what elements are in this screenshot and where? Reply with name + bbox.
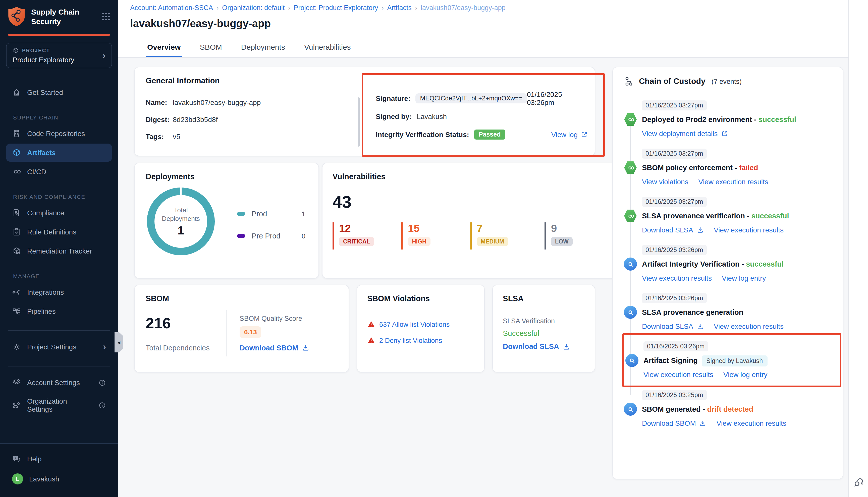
sidebar-item-artifacts[interactable]: Artifacts: [6, 144, 112, 162]
deny-list-violations-link[interactable]: 2 Deny list Violations: [367, 336, 474, 344]
sbom-total: 216: [146, 314, 226, 331]
view-deployment-details-link[interactable]: View deployment details: [642, 129, 728, 138]
avatar: L: [12, 473, 23, 484]
view-execution-results-link[interactable]: View execution results: [714, 226, 784, 234]
breadcrumb-organization[interactable]: Organization: default: [222, 4, 284, 12]
view-log-link[interactable]: View log: [551, 130, 588, 139]
view-execution-results-link[interactable]: View execution results: [714, 322, 784, 330]
sidebar: Supply Chain Security PROJECT Product Ex…: [0, 0, 118, 497]
severity-medium: 7 MEDIUM: [470, 223, 545, 250]
sidebar-item-help[interactable]: ? Help: [6, 450, 112, 468]
help-chat-icon: ?: [12, 454, 21, 463]
cicd-event-icon: [624, 113, 637, 126]
sidebar-item-project-settings[interactable]: Project Settings ›: [6, 338, 112, 356]
scrollbar-thumb[interactable]: [358, 97, 360, 146]
legend-dot-preprod: [237, 234, 245, 238]
sidebar-item-label: Pipelines: [27, 307, 56, 315]
sidebar-item-cicd[interactable]: CI/CD: [6, 163, 112, 181]
download-sbom-link[interactable]: Download SBOM: [240, 344, 338, 352]
view-execution-results-link[interactable]: View execution results: [642, 274, 712, 282]
sidebar-item-compliance[interactable]: Compliance: [6, 204, 112, 222]
section-supply-chain: SUPPLY CHAIN: [0, 102, 118, 124]
signature-value[interactable]: MEQCICde2VjIT...bL+2+mqnOXw==: [416, 94, 527, 103]
sidebar-collapse-handle[interactable]: ◀: [114, 332, 123, 352]
tab-deployments[interactable]: Deployments: [240, 37, 286, 57]
view-violations-link[interactable]: View violations: [642, 178, 688, 186]
document-search-icon: [12, 208, 21, 217]
view-execution-results-link[interactable]: View execution results: [716, 419, 786, 427]
deployments-legend: Prod 1 Pre Prod 0: [216, 203, 307, 240]
view-log-entry-link[interactable]: View log entry: [722, 274, 766, 282]
general-information-card: General Information Name: lavakush07/eas…: [134, 67, 595, 156]
allow-list-violations-label: 637 Allow list Violations: [379, 321, 450, 328]
home-icon: [12, 88, 21, 97]
view-execution-results-link[interactable]: View execution results: [643, 370, 713, 379]
tab-overview[interactable]: Overview: [146, 37, 182, 57]
warning-icon: [367, 336, 375, 344]
allow-list-violations-link[interactable]: 637 Allow list Violations: [367, 320, 474, 328]
apps-grid-icon[interactable]: [101, 12, 111, 22]
sidebar-item-integrations[interactable]: Integrations: [6, 283, 112, 301]
breadcrumb-artifacts[interactable]: Artifacts: [387, 4, 412, 12]
deployments-card: Deployments Total Deployments: [134, 163, 319, 279]
sidebar-item-rule-definitions[interactable]: Rule Definitions: [6, 223, 112, 241]
chain-of-custody-card: Chain of Custody (7 events) 01/16/2025 0…: [612, 67, 843, 480]
breadcrumb-account[interactable]: Account: Automation-SSCA: [130, 4, 213, 12]
legend-dot-prod: [237, 212, 245, 216]
download-icon: [302, 344, 309, 351]
support-chat-icon[interactable]: [853, 477, 865, 488]
pipelines-icon: [12, 307, 21, 316]
download-slsa-link[interactable]: Download SLSA: [642, 226, 704, 234]
chevron-right-icon: ›: [288, 4, 290, 11]
sidebar-item-get-started[interactable]: Get Started: [6, 83, 112, 101]
timeline-event-slsa-verification: 01/16/2025 03:27pm SLSA provenance verif…: [624, 197, 832, 234]
sidebar-item-remediation-tracker[interactable]: Remediation Tracker: [6, 242, 112, 260]
view-log-entry-link[interactable]: View log entry: [723, 370, 767, 379]
event-timestamp: 01/16/2025 03:25pm: [642, 390, 706, 400]
legend-value: 0: [302, 232, 305, 240]
download-slsa-link[interactable]: Download SLSA: [642, 322, 704, 330]
tab-sbom[interactable]: SBOM: [199, 37, 223, 57]
external-link-icon: [581, 131, 588, 138]
page-title: lavakush07/easy-buggy-app: [130, 17, 849, 30]
sidebar-item-label: Account Settings: [27, 379, 80, 386]
tab-bar: Overview SBOM Deployments Vulnerabilitie…: [118, 37, 849, 58]
signature-block: Signature: MEQCICde2VjIT...bL+2+mqnOXw==…: [376, 93, 588, 146]
view-log-label: View log: [551, 130, 578, 139]
link-label: View execution results: [699, 178, 768, 186]
tags-value: v5: [173, 132, 180, 141]
download-slsa-label: Download SLSA: [503, 342, 559, 351]
sbom-quality-score: 6.13: [240, 326, 262, 338]
sidebar-user[interactable]: L Lavakush: [6, 469, 112, 489]
event-timestamp: 01/16/2025 03:26pm: [643, 341, 708, 351]
link-label: View execution results: [714, 322, 784, 330]
project-label: PROJECT: [22, 48, 50, 53]
legend-item-prod: Prod 1: [237, 210, 305, 218]
severity-badge: LOW: [551, 237, 573, 246]
card-title: SBOM: [146, 294, 338, 303]
breadcrumb-project[interactable]: Project: Product Exploratory: [294, 4, 378, 12]
right-edge-strip: [849, 0, 868, 497]
content-area: General Information Name: lavakush07/eas…: [118, 58, 849, 497]
tab-vulnerabilities[interactable]: Vulnerabilities: [303, 37, 352, 57]
event-status: drift detected: [701, 405, 753, 413]
project-selector[interactable]: PROJECT Product Exploratory ›: [6, 43, 112, 68]
link-label: View execution results: [714, 226, 784, 234]
legend-label: Pre Prod: [252, 232, 302, 240]
sidebar-item-label: Organization Settings: [27, 397, 86, 413]
sidebar-item-organization-settings[interactable]: Organization Settings: [6, 393, 112, 418]
divider: [8, 330, 110, 331]
download-sbom-link[interactable]: Download SBOM: [642, 419, 706, 427]
view-execution-results-link[interactable]: View execution results: [699, 178, 768, 186]
cicd-event-icon: [624, 161, 637, 174]
deployments-donut-chart: Total Deployments 1: [146, 186, 216, 257]
project-name: Product Exploratory: [13, 56, 102, 64]
download-slsa-link[interactable]: Download SLSA: [503, 342, 585, 351]
sidebar-item-pipelines[interactable]: Pipelines: [6, 302, 112, 320]
sidebar-item-account-settings[interactable]: Account Settings: [6, 373, 112, 392]
vulnerabilities-card: Vulnerabilities 43 12 CRITICAL 15 HIGH: [322, 163, 624, 279]
scan-event-icon: [624, 403, 637, 416]
sidebar-item-code-repositories[interactable]: Code Repositories: [6, 125, 112, 143]
card-title: Vulnerabilities: [333, 172, 613, 181]
event-status: successful: [739, 260, 784, 268]
